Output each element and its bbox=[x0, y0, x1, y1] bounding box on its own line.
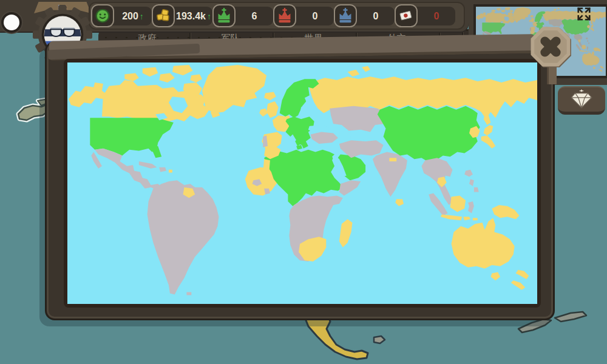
expand-arrows-icon[interactable] bbox=[577, 7, 591, 21]
diplomacy-value: 0 bbox=[434, 11, 439, 22]
close-button[interactable] bbox=[527, 23, 574, 70]
resource-crown-green[interactable]: 6 bbox=[212, 2, 273, 30]
resource-crown-blue[interactable]: 0 bbox=[334, 2, 395, 30]
resource-happiness[interactable]: 200 ↑ bbox=[91, 2, 152, 30]
crown-green-icon bbox=[212, 4, 236, 27]
crown-blue-icon bbox=[334, 4, 357, 27]
happiness-value: 200 bbox=[122, 11, 138, 22]
diamond-icon bbox=[570, 89, 593, 110]
resource-money[interactable]: 193.4k ↑ bbox=[152, 2, 212, 30]
background-landmass-south bbox=[296, 313, 399, 364]
crown-red-icon bbox=[273, 4, 296, 27]
resource-crown-red[interactable]: 0 bbox=[273, 2, 334, 30]
round-button[interactable] bbox=[4, 15, 19, 30]
money-value: 193.4k bbox=[176, 11, 206, 22]
world-map[interactable] bbox=[67, 62, 537, 304]
close-icon bbox=[527, 23, 574, 70]
resource-diplomacy[interactable]: 0 bbox=[395, 2, 455, 30]
trend-up-icon: ↑ bbox=[140, 12, 144, 21]
crown-red-value: 0 bbox=[313, 11, 318, 22]
gold-icon bbox=[152, 4, 175, 27]
crown-green-value: 6 bbox=[252, 11, 257, 22]
smiley-icon bbox=[91, 4, 114, 27]
diamond-shop-button[interactable] bbox=[558, 86, 605, 115]
trend-up-icon: ↑ bbox=[207, 12, 211, 21]
map-frame bbox=[64, 59, 541, 308]
map-area bbox=[67, 62, 537, 304]
world-map-modal bbox=[45, 41, 555, 320]
crown-blue-value: 0 bbox=[373, 11, 379, 22]
peace-flag-icon bbox=[395, 4, 418, 27]
